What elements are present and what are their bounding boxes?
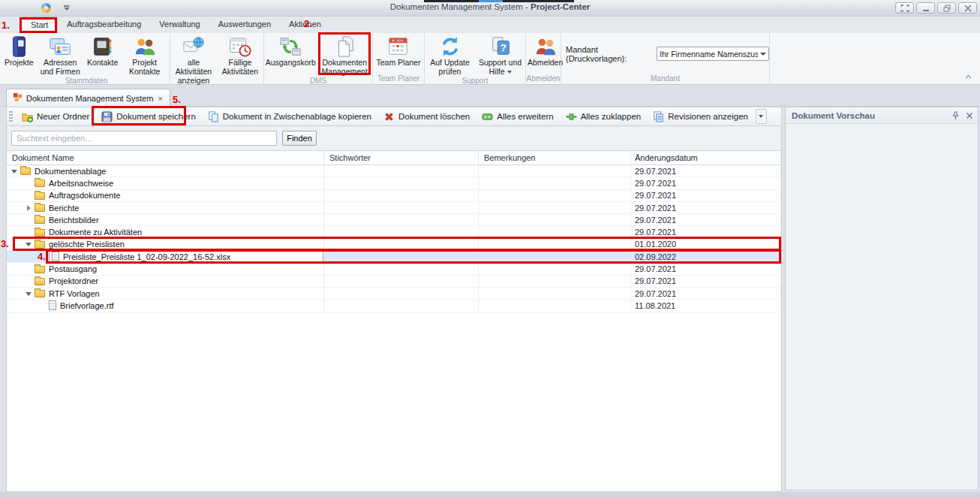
ribbon-button-ausgangskorb[interactable]: Ausgangskorb [265, 35, 317, 68]
ribbon-group-label: Support [425, 77, 525, 85]
document-tab-dms[interactable]: Dokumenten Management System × [6, 89, 170, 107]
cell-bemerkungen [479, 300, 631, 311]
ribbon-group-support: Auf Update prüfen?Support und HilfeSuppo… [425, 33, 526, 85]
mail-globe-icon [182, 35, 205, 58]
folder-row-postausgang[interactable]: Postausgang29.07.2021 [7, 263, 781, 275]
outbox-arrows-icon [279, 35, 302, 58]
search-input[interactable] [11, 131, 277, 146]
mandant-select[interactable]: Ihr Firmenname Namenszusatz od... [657, 47, 769, 61]
ribbon-button-dokumenten-management[interactable]: Dokumenten Management [317, 35, 371, 77]
toolbar-grip[interactable] [9, 111, 13, 122]
toolbar-button-alles-erweitern[interactable]: Alles erweitern [476, 108, 559, 125]
folder-row-berichte[interactable]: Berichte29.07.2021 [7, 202, 781, 214]
ribbon-button-adressen-und-firmen[interactable]: Adressen und Firmen [35, 35, 86, 77]
toolbar-overflow-button[interactable] [756, 109, 767, 124]
ribbon-button-alle-aktivitäten-anzeigen[interactable]: alle Aktivitäten anzeigen [170, 35, 217, 86]
ribbon-group-mandant: Mandant (Druckvorlagen):Ihr Firmenname N… [561, 33, 770, 85]
folder-row-dokumente-zu-aktivitäten[interactable]: Dokumente zu Aktivitäten29.07.2021 [7, 226, 781, 238]
ribbon-groups: ProjekteAdressen und FirmenKontakteProje… [0, 33, 980, 85]
cell-stichwoerter [324, 239, 479, 250]
close-button[interactable] [958, 2, 977, 14]
folder-icon [35, 241, 45, 249]
projects-binder-icon [8, 35, 30, 58]
ribbon-group-dms: AusgangskorbDokumenten ManagementDMS [264, 33, 373, 85]
ribbon-button-fällige-aktivitäten[interactable]: Fällige Aktivitäten [217, 35, 263, 77]
minimize-button[interactable] [916, 2, 935, 14]
revisions-icon [653, 111, 664, 122]
tab-auswertungen[interactable]: Auswertungen [209, 17, 280, 33]
fullscreen-button[interactable] [895, 2, 914, 14]
ribbon: ProjekteAdressen und FirmenKontakteProje… [0, 33, 980, 85]
folder-icon [35, 266, 45, 273]
file-row-briefvorlage-rtf[interactable]: Briefvorlage.rtf11.08.2021 [7, 300, 781, 312]
folder-row-gelöschte-preislisten[interactable]: gelöschte Preislisten01.01.2020 [7, 239, 781, 251]
cell-bemerkungen [479, 251, 631, 262]
folder-icon [35, 278, 45, 285]
pin-icon[interactable] [951, 111, 960, 120]
cell-stichwoerter [324, 288, 479, 299]
row-name: Berichte [49, 204, 79, 213]
expand-node-icon[interactable] [24, 204, 35, 213]
preview-close-icon[interactable] [966, 112, 973, 119]
toolbar-button-revisionen-anzeigen[interactable]: Revisionen anzeigen [647, 108, 754, 125]
tab-verwaltung[interactable]: Verwaltung [150, 17, 209, 33]
cell-aenderungsdatum: 29.07.2021 [631, 288, 781, 299]
ribbon-group-abmelden: AbmeldenAbmelden [526, 33, 561, 85]
column-header-stichwörter[interactable]: Stichwörter [324, 151, 479, 164]
column-header-dokument-name[interactable]: Dokument Name [7, 151, 324, 164]
row-name: Preisliste_Preisliste 1_02-09-2022_16-52… [63, 252, 230, 261]
cell-bemerkungen [479, 263, 631, 274]
ribbon-button-team-planer[interactable]: Team Planer [375, 35, 422, 68]
toolbar-button-alles-zuklappen[interactable]: Alles zuklappen [560, 108, 648, 125]
selected-name-box: Preisliste_Preisliste 1_02-09-2022_16-52… [49, 251, 323, 262]
collapse-node-icon[interactable] [10, 167, 20, 176]
chevron-down-icon [507, 71, 512, 74]
document-tree: Dokumentenablage29.07.2021Arbeitsnachwei… [7, 165, 781, 491]
folder-icon [35, 180, 45, 187]
column-header-bemerkungen[interactable]: Bemerkungen [479, 151, 631, 164]
toolbar-button-dokument-löschen[interactable]: Dokument löschen [377, 108, 476, 125]
cell-aenderungsdatum: 29.07.2021 [631, 177, 781, 189]
ribbon-button-abmelden[interactable]: Abmelden [526, 35, 564, 68]
folder-row-dokumentenablage[interactable]: Dokumentenablage29.07.2021 [7, 165, 781, 177]
restore-button[interactable] [937, 2, 956, 14]
ribbon-button-support-und-hilfe[interactable]: ?Support und Hilfe [475, 35, 525, 77]
cell-aenderungsdatum: 29.07.2021 [631, 214, 781, 225]
ribbon-button-auf-update-prüfen[interactable]: Auf Update prüfen [425, 35, 475, 77]
tab-auftragsbearbeitung[interactable]: Auftragsbearbeitung [58, 17, 150, 33]
ribbon-button-projekte[interactable]: Projekte [3, 35, 35, 68]
toolbar-button-dokument-speichern[interactable]: Dokument speichern [95, 108, 201, 125]
folder-icon [35, 204, 45, 212]
file-row-preisliste-preisliste-1-02-09-2022-16-52-xlsx[interactable]: Preisliste_Preisliste 1_02-09-2022_16-52… [7, 251, 781, 263]
row-name: Dokumentenablage [35, 167, 106, 176]
folder-row-berichtsbilder[interactable]: Berichtsbilder29.07.2021 [7, 214, 781, 226]
toolbar-button-dokument-in-zwischenablage-kopieren[interactable]: Dokument in Zwischenablage kopieren [202, 108, 377, 125]
cell-bemerkungen [479, 177, 631, 189]
collapse-node-icon[interactable] [24, 240, 35, 249]
ribbon-button-projekt-kontakte[interactable]: Projekt Kontakte [119, 35, 170, 77]
folder-row-auftragsdokumente[interactable]: Auftragsdokumente29.07.2021 [7, 190, 781, 202]
tab-close-icon[interactable]: × [157, 94, 163, 103]
tab-aktionen[interactable]: Aktionen [280, 17, 330, 33]
folder-row-rtf-vorlagen[interactable]: RTF Vorlagen29.07.2021 [7, 288, 781, 300]
cell-bemerkungen [479, 276, 631, 287]
column-header-änderungsdatum[interactable]: Änderungsdatum [631, 151, 781, 164]
collapse-node-icon[interactable] [24, 289, 35, 298]
copy-icon [208, 111, 219, 122]
cell-stichwoerter [324, 214, 479, 225]
folder-icon [35, 216, 45, 224]
ribbon-group-label: Abmelden [526, 74, 561, 85]
cell-stichwoerter [324, 251, 479, 262]
find-button[interactable]: Finden [282, 131, 317, 146]
preview-panel-body [786, 124, 978, 490]
logout-people-icon [534, 35, 557, 58]
folder-row-arbeitsnachweise[interactable]: Arbeitsnachweise29.07.2021 [7, 177, 781, 189]
toolbar-button-neuer-ordner[interactable]: Neuer Ordner [16, 108, 95, 125]
tab-start[interactable]: Start [21, 17, 58, 33]
cell-bemerkungen [479, 214, 631, 225]
ribbon-button-kontakte[interactable]: Kontakte [86, 35, 119, 68]
document-table: Dokument NameStichwörterBemerkungenÄnder… [7, 150, 781, 491]
collapse-ribbon-icon[interactable] [964, 73, 972, 82]
cell-aenderungsdatum: 29.07.2021 [631, 165, 781, 177]
folder-row-projektordner[interactable]: Projektordner29.07.2021 [7, 276, 781, 288]
